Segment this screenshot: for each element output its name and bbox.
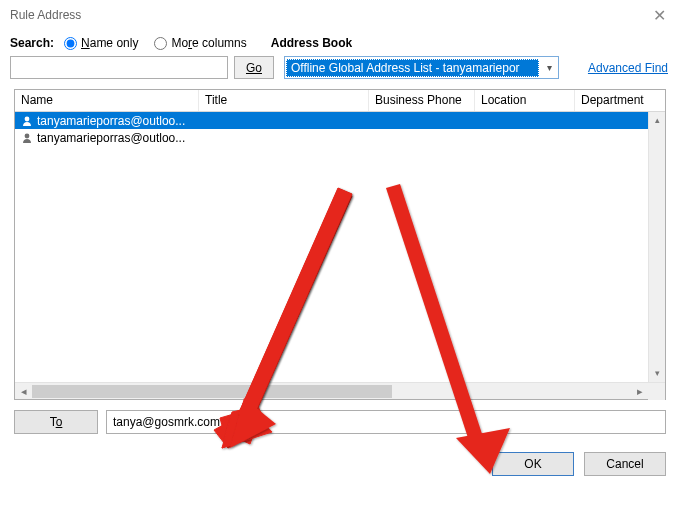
scroll-left-icon[interactable]: ◂: [15, 385, 32, 398]
scroll-track[interactable]: [649, 129, 665, 365]
col-title[interactable]: Title: [199, 90, 369, 111]
radio-name-only-label: Name only: [81, 36, 138, 50]
to-input[interactable]: [106, 410, 666, 434]
person-icon: [21, 132, 33, 144]
cancel-button[interactable]: Cancel: [584, 452, 666, 476]
horizontal-scrollbar[interactable]: ◂ ▸: [15, 382, 665, 399]
search-row: Search: Name only More columns Address B…: [0, 30, 680, 52]
vertical-scrollbar[interactable]: ▴ ▾: [648, 112, 665, 382]
chevron-down-icon[interactable]: ▾: [540, 62, 558, 73]
radio-more-columns[interactable]: More columns: [154, 36, 246, 50]
col-location[interactable]: Location: [475, 90, 575, 111]
table-row[interactable]: tanyamarieporras@outloo...: [15, 112, 648, 129]
list-header[interactable]: Name Title Business Phone Location Depar…: [15, 90, 665, 112]
to-row: To: [14, 410, 666, 434]
search-controls-row: Go Offline Global Address List - tanyama…: [0, 52, 680, 87]
col-business-phone[interactable]: Business Phone: [369, 90, 475, 111]
search-label: Search:: [10, 36, 54, 50]
person-icon: [21, 115, 33, 127]
to-button[interactable]: To: [14, 410, 98, 434]
radio-name-only[interactable]: Name only: [64, 36, 138, 50]
col-name[interactable]: Name: [15, 90, 199, 111]
radio-more-columns-label: More columns: [171, 36, 246, 50]
list-body: tanyamarieporras@outloo... tanyamariepor…: [15, 112, 665, 382]
scroll-corner: [648, 383, 665, 400]
col-department[interactable]: Department: [575, 90, 665, 111]
advanced-find-link[interactable]: Advanced Find: [588, 61, 670, 75]
address-book-selected: Offline Global Address List - tanyamarie…: [286, 59, 539, 77]
radio-name-only-input[interactable]: [64, 37, 77, 50]
h-scroll-track[interactable]: [32, 383, 631, 399]
svg-point-1: [25, 133, 30, 138]
scroll-down-icon[interactable]: ▾: [649, 365, 665, 382]
search-input[interactable]: [10, 56, 228, 79]
rows-area[interactable]: tanyamarieporras@outloo... tanyamariepor…: [15, 112, 648, 382]
window-title: Rule Address: [10, 8, 81, 22]
go-button[interactable]: Go: [234, 56, 274, 79]
footer: OK Cancel: [0, 434, 680, 476]
radio-more-columns-input[interactable]: [154, 37, 167, 50]
close-icon[interactable]: ✕: [647, 6, 672, 25]
results-list: Name Title Business Phone Location Depar…: [14, 89, 666, 400]
titlebar: Rule Address ✕: [0, 0, 680, 30]
svg-point-0: [25, 116, 30, 121]
ok-button[interactable]: OK: [492, 452, 574, 476]
h-scroll-thumb[interactable]: [32, 385, 392, 398]
row-display: tanyamarieporras@outloo...: [37, 114, 185, 128]
address-book-select[interactable]: Offline Global Address List - tanyamarie…: [284, 56, 559, 79]
table-row[interactable]: tanyamarieporras@outloo...: [15, 129, 648, 146]
scroll-right-icon[interactable]: ▸: [631, 385, 648, 398]
scroll-up-icon[interactable]: ▴: [649, 112, 665, 129]
row-display: tanyamarieporras@outloo...: [37, 131, 185, 145]
address-book-label: Address Book: [271, 36, 352, 50]
